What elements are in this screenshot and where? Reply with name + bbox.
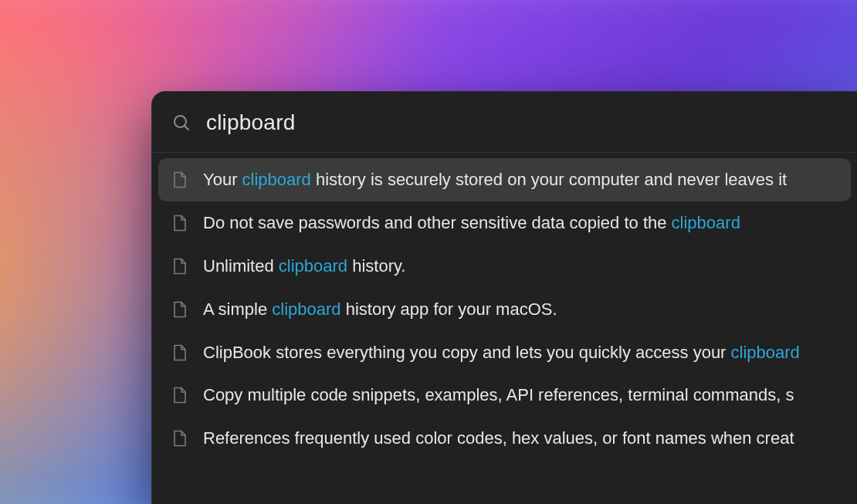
search-icon: [172, 113, 191, 132]
result-row[interactable]: Do not save passwords and other sensitiv…: [158, 201, 851, 245]
document-icon: [172, 171, 188, 189]
match-highlight: clipboard: [279, 256, 347, 276]
result-text: References frequently used color codes, …: [203, 426, 794, 451]
result-text: ClipBook stores everything you copy and …: [203, 340, 800, 365]
search-panel: Your clipboard history is securely store…: [151, 91, 857, 504]
result-row[interactable]: A simple clipboard history app for your …: [158, 288, 851, 331]
results-list: Your clipboard history is securely store…: [152, 153, 857, 460]
document-icon: [172, 343, 188, 362]
divider: [152, 152, 857, 153]
search-input[interactable]: [206, 110, 837, 135]
result-row[interactable]: Your clipboard history is securely store…: [158, 158, 851, 201]
match-highlight: clipboard: [272, 299, 340, 319]
result-text: Copy multiple code snippets, examples, A…: [203, 383, 794, 408]
document-icon: [172, 300, 188, 319]
match-highlight: clipboard: [731, 343, 800, 362]
result-text: A simple clipboard history app for your …: [203, 297, 557, 322]
result-row[interactable]: ClipBook stores everything you copy and …: [158, 331, 851, 374]
document-icon: [172, 429, 188, 448]
match-highlight: clipboard: [242, 170, 311, 189]
document-icon: [172, 257, 188, 276]
result-row[interactable]: Copy multiple code snippets, examples, A…: [158, 374, 851, 417]
document-icon: [172, 386, 188, 404]
result-row[interactable]: Unlimited clipboard history.: [158, 245, 851, 288]
result-text: Unlimited clipboard history.: [203, 254, 405, 279]
result-row[interactable]: References frequently used color codes, …: [158, 417, 851, 460]
result-text: Your clipboard history is securely store…: [203, 167, 787, 192]
match-highlight: clipboard: [672, 213, 740, 232]
document-icon: [172, 214, 188, 232]
search-row: [152, 92, 857, 152]
svg-line-1: [185, 126, 188, 130]
result-text: Do not save passwords and other sensitiv…: [203, 211, 740, 235]
